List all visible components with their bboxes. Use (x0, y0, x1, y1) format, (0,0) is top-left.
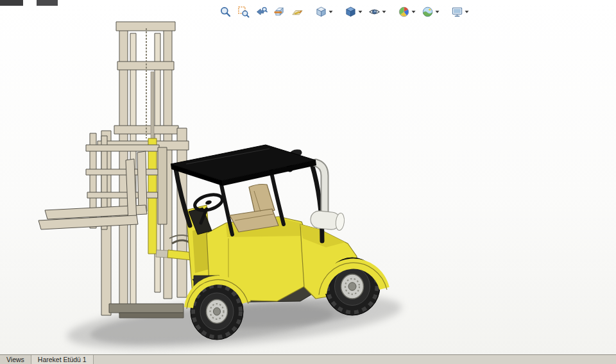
toolbar-separator (443, 5, 448, 18)
view-settings-icon (451, 6, 463, 18)
muffler[interactable] (310, 210, 345, 231)
previous-view-icon (255, 6, 268, 18)
forklift-model[interactable] (38, 22, 387, 340)
toolbar-separator (307, 5, 312, 18)
tab-motion-study-1[interactable]: Hareket Etüdü 1 (31, 355, 94, 364)
zoom-to-fit-icon (219, 6, 232, 18)
chevron-down-icon[interactable] (465, 10, 469, 13)
tab-motion-study-1-label: Hareket Etüdü 1 (38, 356, 87, 363)
heads-up-view-toolbar (217, 3, 472, 20)
zoom-to-area-button[interactable] (235, 4, 252, 20)
apply-scene-button[interactable] (419, 4, 442, 20)
seat[interactable] (230, 185, 278, 233)
edit-appearance-button[interactable] (395, 4, 418, 20)
chevron-down-icon[interactable] (329, 10, 333, 13)
graphics-area[interactable] (0, 0, 616, 354)
chevron-down-icon[interactable] (411, 10, 416, 13)
zoom-to-fit-button[interactable] (217, 4, 234, 20)
window-chrome-fragment (0, 0, 23, 6)
chevron-down-icon[interactable] (435, 10, 440, 13)
viewport-3d[interactable] (0, 0, 616, 354)
zoom-to-area-icon (237, 6, 250, 18)
chevron-down-icon[interactable] (382, 10, 386, 13)
display-style-button[interactable] (342, 4, 365, 20)
view-orientation-button[interactable] (312, 4, 336, 20)
hide-show-items-icon (368, 6, 381, 18)
tab-bar-empty (94, 355, 616, 364)
chevron-down-icon[interactable] (358, 10, 363, 13)
view-orientation-icon (315, 6, 327, 18)
section-view-icon (273, 6, 286, 18)
window-chrome-fragment (37, 0, 58, 6)
tab-views-label: Views (6, 356, 24, 363)
previous-view-button[interactable] (253, 4, 270, 20)
toolbar-separator (336, 5, 341, 18)
tab-views[interactable]: Views (0, 355, 31, 364)
toolbar-separator (389, 5, 395, 18)
3d-drawing-view-icon (291, 6, 304, 18)
view-settings-button[interactable] (449, 4, 472, 20)
display-style-icon (345, 6, 357, 18)
3d-drawing-view-button[interactable] (289, 4, 306, 20)
motion-study-tab-bar: Views Hareket Etüdü 1 (0, 354, 616, 364)
hide-show-items-button[interactable] (366, 4, 389, 20)
edit-appearance-icon (398, 6, 410, 18)
apply-scene-icon (422, 6, 434, 18)
section-view-button[interactable] (271, 4, 288, 20)
